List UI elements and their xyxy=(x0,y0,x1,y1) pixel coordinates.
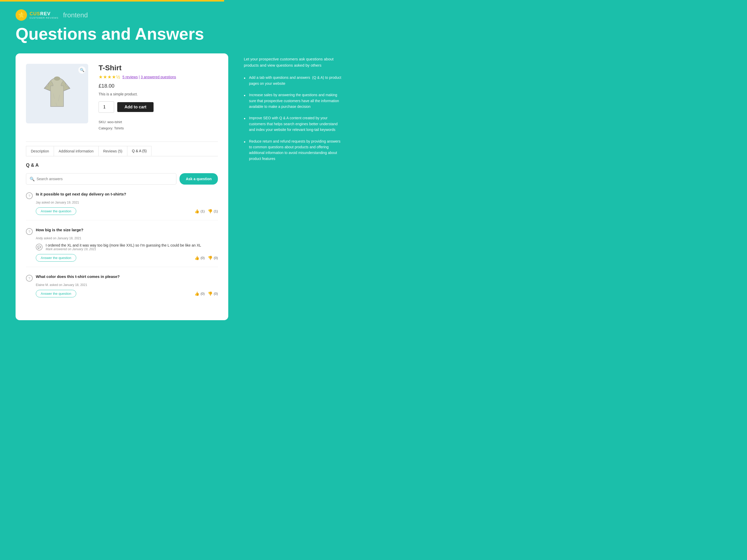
logo-sub: CUSTOMER REVIEWS xyxy=(30,17,58,19)
thumbs-up-icon-3: 👍 xyxy=(195,291,200,296)
downvote-button-1[interactable]: 👎 (1) xyxy=(208,209,218,214)
downvote-count-1: (1) xyxy=(214,209,218,213)
sidebar-list: Add a tab with questions and answers (Q … xyxy=(244,75,342,161)
downvote-button-3[interactable]: 👎 (0) xyxy=(208,291,218,296)
logo-badge: ⭐ xyxy=(16,9,27,21)
quantity-input[interactable] xyxy=(99,101,114,113)
thumbs-down-icon-3: 👎 xyxy=(208,291,213,296)
reviews-link[interactable]: 5 reviews xyxy=(123,75,138,79)
question-row-3: ? What color does this t-shirt comes in … xyxy=(26,274,218,282)
qa-section-title: Q & A xyxy=(26,163,218,168)
thumbs-up-icon-2: 👍 xyxy=(195,256,200,260)
logo-text-area: CUSREV CUSTOMER REVIEWS xyxy=(30,11,58,19)
search-input[interactable] xyxy=(26,173,176,185)
search-row: 🔍 Ask a question xyxy=(26,173,218,185)
sidebar-bullet-2: Increase sales by answering the question… xyxy=(244,92,342,109)
page-title: Questions and Answers xyxy=(16,25,731,43)
sidebar: Let your prospective customers ask quest… xyxy=(244,53,342,167)
product-meta: SKU: woo-tshirt Category: Tshirts xyxy=(99,119,218,131)
answer-meta-2: Mark answered on January 19, 2021 xyxy=(46,247,201,251)
category-row: Category: Tshirts xyxy=(99,125,218,131)
sidebar-intro: Let your prospective customers ask quest… xyxy=(244,56,342,69)
upvote-count-1: (1) xyxy=(201,209,205,213)
svg-point-0 xyxy=(54,77,60,81)
question-meta-3: Elaine M. asked on January 18, 2021 xyxy=(36,283,218,287)
logo-rev: REV xyxy=(40,11,51,16)
question-row-2: ? How big is the size large? xyxy=(26,228,218,235)
downvote-button-2[interactable]: 👎 (0) xyxy=(208,256,218,260)
stars-row: ★★★★½ 5 reviews | 3 answered questions xyxy=(99,74,218,80)
vote-row-3: 👍 (0) 👎 (0) xyxy=(195,291,218,296)
tab-reviews[interactable]: Reviews (5) xyxy=(98,146,127,156)
question-text-1: Is it possible to get next day delivery … xyxy=(36,192,126,196)
category-value: Tshirts xyxy=(114,126,124,130)
question-meta-1: Jay asked on January 19, 2021 xyxy=(36,201,218,204)
qa-actions-3: Answer the question 👍 (0) 👎 (0) xyxy=(36,290,218,297)
downvote-count-3: (0) xyxy=(214,292,218,296)
downvote-count-2: (0) xyxy=(214,256,218,260)
sidebar-bullet-3: Improve SEO with Q & A content created b… xyxy=(244,115,342,132)
logo-cus: CUS xyxy=(30,11,40,16)
qa-actions-1: Answer the question 👍 (1) 👎 (1) xyxy=(36,207,218,215)
category-label: Category: xyxy=(99,126,113,130)
logo-frontend: frontend xyxy=(63,11,88,19)
qa-item-1: ? Is it possible to get next day deliver… xyxy=(26,192,218,220)
qa-content: Q & A 🔍 Ask a question ? Is it possible … xyxy=(26,163,218,302)
answer-row-2: 💬 I ordered the XL and it was way too bi… xyxy=(36,243,218,251)
logo-area: ⭐ CUSREV CUSTOMER REVIEWS frontend xyxy=(16,9,731,21)
tabs-row: Description Additional information Revie… xyxy=(26,146,218,156)
product-card: 🔍 T-Shirt ★★★★½ 5 xyxy=(16,53,228,320)
question-icon-3: ? xyxy=(26,275,33,282)
ask-question-button[interactable]: Ask a question xyxy=(179,173,218,185)
search-wrap: 🔍 xyxy=(26,173,176,185)
answer-question-button-3[interactable]: Answer the question xyxy=(36,290,76,297)
question-icon-1: ? xyxy=(26,192,33,199)
answer-question-button-2[interactable]: Answer the question xyxy=(36,254,76,262)
qa-item-3: ? What color does this t-shirt comes in … xyxy=(26,274,218,302)
main-layout: 🔍 T-Shirt ★★★★½ 5 xyxy=(0,53,747,336)
tab-qa[interactable]: Q & A (5) xyxy=(127,146,152,156)
stars: ★★★★½ xyxy=(99,74,120,80)
review-links: 5 reviews | 3 answered questions xyxy=(123,75,176,79)
thumbs-up-icon-1: 👍 xyxy=(195,209,200,214)
upvote-count-2: (0) xyxy=(201,256,205,260)
product-image: 🔍 xyxy=(26,64,88,124)
answer-content-2: I ordered the XL and it was way too big … xyxy=(46,243,201,251)
answer-icon-2: 💬 xyxy=(36,244,43,250)
answer-text-2: I ordered the XL and it was way too big … xyxy=(46,243,201,247)
product-description: This is a simple product. xyxy=(99,92,218,96)
search-icon: 🔍 xyxy=(30,177,35,182)
question-row-1: ? Is it possible to get next day deliver… xyxy=(26,192,218,199)
answer-question-button-1[interactable]: Answer the question xyxy=(36,207,76,215)
sku-row: SKU: woo-tshirt xyxy=(99,119,218,125)
divider: | xyxy=(139,75,141,79)
question-text-3: What color does this t-shirt comes in pl… xyxy=(36,274,120,279)
product-title: T-Shirt xyxy=(99,64,218,72)
qa-item-2: ? How big is the size large? Andy asked … xyxy=(26,228,218,267)
question-icon-2: ? xyxy=(26,228,33,235)
thumbs-down-icon-1: 👎 xyxy=(208,209,213,214)
sidebar-bullet-4: Reduce return and refund requests by pro… xyxy=(244,138,342,162)
vote-row-1: 👍 (1) 👎 (1) xyxy=(195,209,218,214)
zoom-icon[interactable]: 🔍 xyxy=(78,66,85,74)
question-text-2: How big is the size large? xyxy=(36,228,83,232)
add-to-cart-row: Add to cart xyxy=(99,101,218,113)
sku-value: woo-tshirt xyxy=(107,120,122,124)
tab-description[interactable]: Description xyxy=(26,146,54,156)
header: ⭐ CUSREV CUSTOMER REVIEWS frontend Quest… xyxy=(0,2,747,53)
upvote-button-1[interactable]: 👍 (1) xyxy=(195,209,205,214)
tab-additional-information[interactable]: Additional information xyxy=(54,146,99,156)
add-to-cart-button[interactable]: Add to cart xyxy=(117,102,154,112)
question-meta-2: Andy asked on January 18, 2021 xyxy=(36,236,218,240)
upvote-button-2[interactable]: 👍 (0) xyxy=(195,256,205,260)
upvote-count-3: (0) xyxy=(201,292,205,296)
product-price: £18.00 xyxy=(99,83,218,89)
upvote-button-3[interactable]: 👍 (0) xyxy=(195,291,205,296)
tabs-section: Description Additional information Revie… xyxy=(26,141,218,302)
thumbs-down-icon-2: 👎 xyxy=(208,256,213,260)
sidebar-bullet-1: Add a tab with questions and answers (Q … xyxy=(244,75,342,86)
logo-name: CUSREV xyxy=(30,11,58,17)
qa-actions-2: Answer the question 👍 (0) 👎 (0) xyxy=(36,254,218,262)
answered-questions-link[interactable]: 3 answered questions xyxy=(141,75,176,79)
sku-label: SKU: xyxy=(99,120,106,124)
